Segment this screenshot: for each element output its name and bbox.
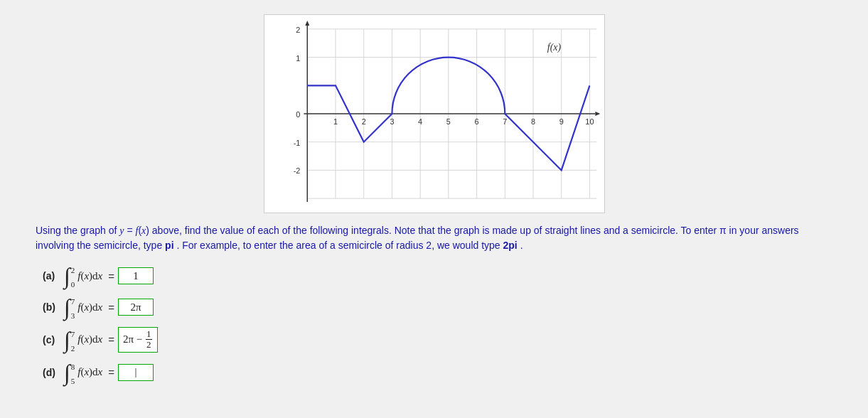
part-label-a: (a)	[43, 270, 58, 282]
description-text: Using the graph of y = f(x) above, find …	[36, 223, 832, 253]
svg-text:1: 1	[333, 117, 337, 126]
svg-text:-1: -1	[293, 139, 300, 147]
svg-text:8: 8	[530, 117, 535, 126]
answer-box-a[interactable]: 1	[118, 267, 154, 284]
equals-c: =	[108, 333, 114, 345]
svg-text:2: 2	[296, 26, 300, 34]
integral-sign-c: ∫	[64, 328, 70, 351]
svg-text:9: 9	[559, 117, 563, 126]
integrals-section: (a) ∫ 2 0 f(x)dx = 1 (b) ∫ 7 3	[36, 264, 832, 384]
integrand-a: f(x)dx	[77, 270, 102, 282]
integral-b-wrapper: ∫ 7 3 f(x)dx = 2π	[64, 296, 154, 318]
answer-box-c[interactable]: 2π − 1 2	[118, 327, 158, 353]
lower-limit-d: 5	[71, 377, 75, 385]
svg-text:10: 10	[585, 117, 594, 126]
lower-limit-c: 2	[71, 344, 75, 353]
integral-row-c: (c) ∫ 7 2 f(x)dx = 2π − 1 2	[43, 327, 832, 353]
answer-fraction-c: 1 2	[146, 329, 152, 350]
svg-text:0: 0	[296, 110, 300, 119]
upper-limit-b: 7	[71, 297, 75, 306]
part-label-b: (b)	[43, 301, 58, 313]
answer-box-d[interactable]: |	[118, 364, 154, 381]
lower-limit-a: 0	[71, 280, 75, 289]
graph-label: f(x)	[547, 42, 561, 53]
page-container: 1 2 3 4 5 6 7 8 9 10 2 1 0 -1 -2 f(x)	[14, 7, 854, 398]
svg-text:2: 2	[361, 117, 365, 126]
integral-a-wrapper: ∫ 2 0 f(x)dx = 1	[64, 264, 154, 287]
integrand-b: f(x)dx	[77, 301, 102, 314]
svg-text:1: 1	[296, 54, 300, 63]
integral-c-wrapper: ∫ 7 2 f(x)dx = 2π − 1 2	[64, 327, 158, 353]
integral-sign-a: ∫	[64, 264, 70, 287]
upper-limit-a: 2	[71, 266, 75, 274]
integral-limits-a: 2 0	[71, 269, 75, 286]
part-label-d: (d)	[43, 367, 58, 378]
integral-row-d: (d) ∫ 8 5 f(x)dx = |	[43, 361, 832, 384]
integral-sign-d: ∫	[64, 361, 70, 384]
equals-a: =	[108, 270, 114, 282]
integral-d-wrapper: ∫ 8 5 f(x)dx = |	[64, 361, 154, 384]
integral-row-a: (a) ∫ 2 0 f(x)dx = 1	[43, 264, 832, 287]
upper-limit-c: 7	[71, 330, 75, 338]
svg-text:7: 7	[503, 117, 507, 126]
integrand-c: f(x)dx	[77, 333, 102, 345]
integral-limits-d: 8 5	[71, 365, 75, 382]
integral-limits-c: 7 2	[71, 333, 75, 350]
upper-limit-d: 8	[71, 363, 75, 371]
function-graph: 1 2 3 4 5 6 7 8 9 10 2 1 0 -1 -2 f(x)	[264, 14, 605, 213]
svg-text:5: 5	[446, 117, 450, 126]
integral-limits-b: 7 3	[71, 300, 75, 317]
graph-area: 1 2 3 4 5 6 7 8 9 10 2 1 0 -1 -2 f(x)	[36, 14, 832, 213]
svg-text:6: 6	[474, 117, 478, 126]
svg-text:-2: -2	[293, 166, 300, 175]
part-label-c: (c)	[43, 334, 58, 345]
svg-text:4: 4	[418, 117, 422, 126]
integral-sign-b: ∫	[64, 296, 70, 318]
integral-row-b: (b) ∫ 7 3 f(x)dx = 2π	[43, 296, 832, 318]
lower-limit-b: 3	[71, 311, 75, 320]
answer-box-b[interactable]: 2π	[118, 299, 154, 316]
equals-b: =	[108, 301, 114, 314]
answer-prefix-c: 2π −	[123, 333, 142, 345]
svg-text:3: 3	[390, 117, 394, 126]
equals-d: =	[108, 366, 114, 378]
integrand-d: f(x)dx	[77, 366, 102, 378]
